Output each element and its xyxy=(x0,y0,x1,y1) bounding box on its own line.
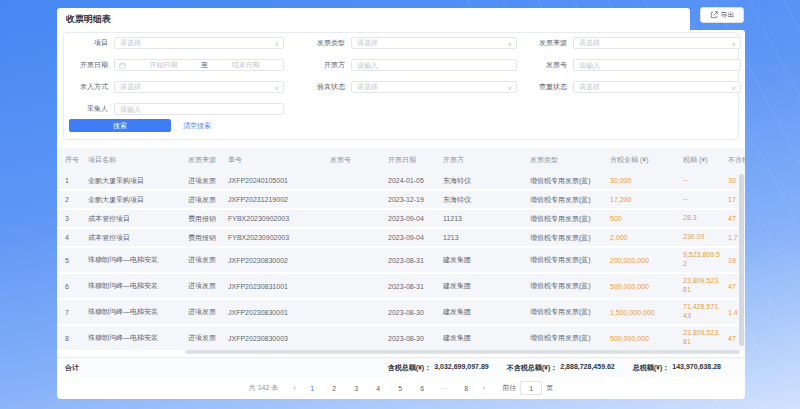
invoice-type-placeholder: 请选择 xyxy=(352,38,508,48)
table-cell-order_no: FYBX20230902003 xyxy=(228,215,330,222)
table-cell-issuer: 建发集团 xyxy=(443,281,530,291)
table-cell-amount_with_tax: 17,200 xyxy=(610,196,683,203)
table-cell-seq: 1 xyxy=(65,177,88,184)
chevron-down-icon: ∨ xyxy=(732,84,740,91)
table-cell-invoice_date: 2023-08-30 xyxy=(388,309,443,316)
filter-entry-method: 录入方式 请选择 ∨ xyxy=(64,81,284,93)
filter-issuer: 开票方 xyxy=(301,59,517,71)
table-row: 4成本管控项目费用报销FYBX202309020032023-09-041213… xyxy=(57,229,745,248)
total-without-tax: 不含税总额(¥)： 2,888,728,459.62 xyxy=(507,363,615,373)
total-with-tax-label: 含税总额(¥)： xyxy=(388,363,432,373)
project-select[interactable]: 请选择 ∨ xyxy=(114,37,284,49)
table-cell-invoice_type: 增值税专用发票(蓝) xyxy=(530,233,610,243)
table-cell-seq: 7 xyxy=(65,309,88,316)
collector-input[interactable] xyxy=(115,104,283,114)
entry-method-placeholder: 请选择 xyxy=(115,82,275,92)
column-header-project: 项目名称 xyxy=(88,155,188,165)
issuer-input[interactable] xyxy=(352,60,516,70)
invoice-date-range[interactable]: 开始日期 至 结束日期 xyxy=(114,59,284,71)
table-cell-issuer: 1213 xyxy=(443,234,530,241)
entry-method-select[interactable]: 请选择 ∨ xyxy=(114,81,284,93)
table-row: 3成本管控项目费用报销FYBX202309020032023-09-041121… xyxy=(57,210,745,229)
page-number[interactable]: 5 xyxy=(392,385,408,392)
filter-dup-check-status: 查重状态 请选择 ∨ xyxy=(524,81,741,93)
invoice-source-placeholder: 请选择 xyxy=(574,38,732,48)
export-button[interactable]: 导出 xyxy=(700,7,744,23)
page-number[interactable]: 4 xyxy=(370,385,386,392)
search-button[interactable]: 搜索 xyxy=(69,119,171,132)
table-cell-seq: 8 xyxy=(65,335,88,342)
column-header-amount-with-tax: 含税金额 (¥) xyxy=(610,155,683,165)
dup-check-status-placeholder: 请选择 xyxy=(574,82,732,92)
table-cell-amount_with_tax: 1,500,000,000 xyxy=(610,309,683,316)
prev-page-button[interactable]: ‹ xyxy=(293,384,296,393)
page-number[interactable]: 3 xyxy=(348,385,364,392)
invoice-source-select[interactable]: 请选择 ∨ xyxy=(573,37,741,49)
table-cell-source: 进项发票 xyxy=(188,333,228,343)
chevron-down-icon: ∨ xyxy=(508,84,516,91)
table-cell-issuer: 建发集团 xyxy=(443,255,530,265)
goto-label: 前往 xyxy=(502,383,516,393)
pagination: 共 142 条 ‹ 123456···8 › 前往 页 xyxy=(57,377,745,399)
table-cell-seq: 6 xyxy=(65,283,88,290)
table-cell-invoice_type: 增值税专用发票(蓝) xyxy=(530,307,610,317)
filter-project: 项目 请选择 ∨ xyxy=(64,37,284,49)
column-header-invoice-date: 开票日期 xyxy=(388,155,443,165)
goto-page-input[interactable] xyxy=(520,381,542,395)
totals-row: 合计 含税总额(¥)： 3,032,699,097.89 不含税总额(¥)： 2… xyxy=(57,357,745,377)
table-cell-amount_with_tax: 500,000,000 xyxy=(610,335,683,342)
column-header-source: 发票来源 xyxy=(188,155,228,165)
column-header-invoice-type: 发票类型 xyxy=(530,155,610,165)
clear-search-link[interactable]: 清空搜索 xyxy=(183,121,211,131)
table-row: 6珠穆朗玛峰—电梯安装进项发票JXFP202308310012023-08-31… xyxy=(57,274,745,300)
table-header: 序号 项目名称 发票来源 单号 发票号 开票日期 开票方 发票类型 含税金额 (… xyxy=(57,148,745,172)
project-label: 项目 xyxy=(64,38,108,48)
table-cell-source: 进项发票 xyxy=(188,307,228,317)
page-number[interactable]: 8 xyxy=(458,385,474,392)
table-cell-amount_with_tax: 200,000,000 xyxy=(610,257,683,264)
table-cell-amount_with_tax: 500,000,000 xyxy=(610,283,683,290)
table-cell-amount_with_tax: 30,000 xyxy=(610,177,683,184)
issuer-label: 开票方 xyxy=(301,60,345,70)
table-cell-invoice_type: 增值税专用发票(蓝) xyxy=(530,195,610,205)
next-page-button[interactable]: › xyxy=(482,384,485,393)
page-number[interactable]: 1 xyxy=(304,385,320,392)
table-cell-tax: 23,809,523.81 xyxy=(683,329,728,347)
table-cell-amount_with_tax: 500 xyxy=(610,215,683,222)
table-row: 1金鹏大厦采购项目进项发票JXFP202401050012024-01-05东海… xyxy=(57,172,745,191)
filter-invoice-no: 发票号 xyxy=(524,59,741,71)
invoice-no-field xyxy=(573,59,741,71)
invoice-type-select[interactable]: 请选择 ∨ xyxy=(351,37,517,49)
table-cell-order_no: JXFP20230830002 xyxy=(228,257,330,264)
goto-page: 前往 页 xyxy=(502,381,553,395)
table-cell-issuer: 建发集团 xyxy=(443,307,530,317)
column-header-invoice-no: 发票号 xyxy=(330,155,388,165)
table-cell-amount_with_tax: 2,000 xyxy=(610,234,683,241)
chevron-down-icon: ∨ xyxy=(275,84,283,91)
table-row: 8珠穆朗玛峰—电梯安装进项发票JXFP202308300032023-08-30… xyxy=(57,326,745,352)
table-row: 2金鹏大厦采购项目进项发票JXFP202312190022023-12-19东海… xyxy=(57,191,745,210)
page-ellipsis: ··· xyxy=(436,385,452,392)
vertical-scrollbar[interactable] xyxy=(739,174,744,346)
entry-method-label: 录入方式 xyxy=(64,82,108,92)
table-cell-project: 金鹏大厦采购项目 xyxy=(88,195,188,205)
verify-status-select[interactable]: 请选择 ∨ xyxy=(351,81,517,93)
dup-check-status-select[interactable]: 请选择 ∨ xyxy=(573,81,741,93)
table-cell-invoice_date: 2023-08-31 xyxy=(388,257,443,264)
page-number[interactable]: 2 xyxy=(326,385,342,392)
filter-invoice-type: 发票类型 请选择 ∨ xyxy=(301,37,517,49)
totals-label: 合计 xyxy=(65,363,79,373)
table-cell-invoice_date: 2023-08-31 xyxy=(388,283,443,290)
horizontal-scrollbar[interactable] xyxy=(185,350,740,354)
table-cell-source: 进项发票 xyxy=(188,195,228,205)
table-cell-seq: 4 xyxy=(65,234,88,241)
table-cell-project: 珠穆朗玛峰—电梯安装 xyxy=(88,307,188,317)
table-cell-issuer: 11213 xyxy=(443,215,530,222)
page-number[interactable]: 6 xyxy=(414,385,430,392)
table-cell-invoice_type: 增值税专用发票(蓝) xyxy=(530,176,610,186)
issuer-field xyxy=(351,59,517,71)
table-cell-invoice_type: 增值税专用发票(蓝) xyxy=(530,333,610,343)
invoice-no-input[interactable] xyxy=(574,60,740,70)
invoice-no-label: 发票号 xyxy=(524,60,567,70)
table-cell-order_no: FYBX20230902003 xyxy=(228,234,330,241)
